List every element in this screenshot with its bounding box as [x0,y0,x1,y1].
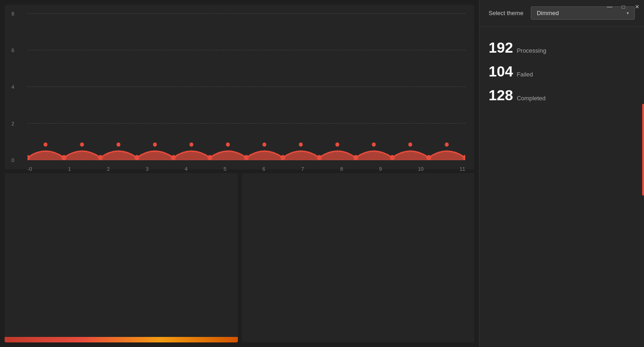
stat-row-processing: 192 Processing [489,40,635,55]
line-chart-svg [28,14,465,160]
svg-point-16 [153,142,157,146]
svg-point-2 [98,155,103,160]
svg-point-19 [263,142,266,146]
svg-point-13 [44,142,47,146]
main-chart-container: 8 6 4 2 0 [5,5,474,169]
svg-point-18 [226,142,230,146]
title-bar: — □ ✕ [598,0,644,14]
svg-point-3 [134,155,139,160]
maximize-button[interactable]: □ [616,0,630,14]
color-strip [5,337,238,342]
svg-point-1 [61,155,66,160]
svg-point-11 [426,155,431,160]
left-panel: 8 6 4 2 0 [0,0,479,347]
minimize-button[interactable]: — [603,0,616,14]
svg-point-15 [116,142,120,146]
stats-section: 192 Processing 104 Failed 128 Completed [479,27,644,116]
svg-point-9 [353,155,358,160]
svg-point-14 [80,142,84,146]
theme-selected-value: Dimmed [537,10,559,16]
x-axis-labels: -0 1 2 3 4 5 6 7 8 9 10 11 [28,166,465,172]
right-accent-bar [642,104,644,195]
theme-label: Select theme [489,10,523,16]
svg-point-22 [372,142,375,146]
stat-row-completed: 128 Completed [489,88,635,103]
svg-point-4 [171,155,176,160]
main-layout: 8 6 4 2 0 [0,0,644,347]
processing-label: Processing [517,47,546,54]
completed-count: 128 [489,88,513,103]
svg-point-5 [208,155,213,160]
stat-row-failed: 104 Failed [489,64,635,79]
completed-label: Completed [517,95,545,102]
svg-point-23 [408,142,412,146]
svg-point-10 [390,155,395,160]
svg-point-21 [336,142,339,146]
svg-point-20 [299,142,303,146]
failed-count: 104 [489,64,513,79]
bottom-chart-left [5,173,238,342]
processing-count: 192 [489,40,513,55]
close-button[interactable]: ✕ [630,0,644,14]
chart-area: 8 6 4 2 0 [28,14,465,160]
failed-label: Failed [517,71,533,78]
svg-point-8 [317,155,322,160]
bottom-chart-right [242,173,475,342]
right-sidebar: Select theme Dimmed ▾ 192 Processing 104… [479,0,644,347]
bottom-charts-row [5,173,474,342]
svg-point-24 [445,142,448,146]
svg-point-6 [244,155,249,160]
svg-point-7 [281,155,286,160]
svg-point-17 [189,142,193,146]
